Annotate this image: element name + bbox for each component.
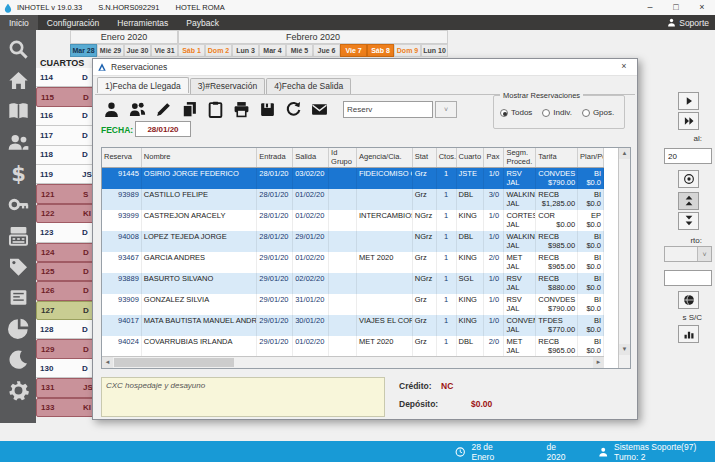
radio-dot (582, 109, 590, 117)
maximize-button[interactable]: □ (663, 0, 689, 15)
radio-dot (542, 109, 550, 117)
vertical-scrollbar[interactable]: ▲ ▼ (618, 148, 630, 368)
sidebar-register-button[interactable] (4, 220, 32, 251)
rooms-header: CUARTOS (40, 58, 84, 68)
panel-dropdown[interactable]: ˅ (664, 246, 712, 262)
sidebar-tag-button[interactable] (4, 251, 32, 282)
scroll-up-icon[interactable]: ▲ (619, 148, 630, 159)
toolbar-printer-button[interactable] (231, 99, 251, 119)
reservation-row-94024[interactable]: 94024COVARRUBIAS IRLANDA29/01/2001/02/20… (102, 336, 604, 357)
scroll-right-icon[interactable]: ► (593, 357, 604, 368)
column-header[interactable]: Stat (413, 148, 437, 167)
toolbar-mail-button[interactable] (309, 99, 329, 119)
panel-chart-button[interactable] (678, 325, 699, 343)
panel-globe-button[interactable] (678, 291, 699, 309)
fecha-label: FECHA: (101, 125, 133, 135)
sidebar-search-button[interactable] (4, 34, 32, 65)
column-header[interactable]: Segm. Proced. (504, 148, 536, 167)
scrollbar-thumb[interactable] (114, 358, 234, 367)
menu-configuracion[interactable]: Configuración (38, 15, 108, 30)
sidebar-key-button[interactable] (4, 189, 32, 220)
reservation-row-91445[interactable]: 91445OSIRIO JORGE FEDERICO28/01/2003/02/… (102, 168, 604, 189)
sidebar-pie-chart-button[interactable] (4, 313, 32, 344)
tab--fecha-de-llegada[interactable]: 1)Fecha de Llegada (97, 77, 189, 93)
day-header[interactable]: Jue 6 (313, 44, 340, 57)
reserv-dropdown[interactable]: ˅ (435, 101, 457, 118)
day-header[interactable]: Mar 4 (259, 44, 286, 57)
panel-target-button[interactable] (678, 170, 699, 188)
sidebar-moon-button[interactable] (4, 344, 32, 375)
reservation-row-93467[interactable]: 93467GARCIA ANDRES29/01/2001/02/20MET 20… (102, 252, 604, 273)
column-header[interactable]: Entrada (257, 148, 293, 167)
toolbar-person-button[interactable] (101, 99, 121, 119)
toolbar-clipboard-button[interactable] (205, 99, 225, 119)
column-header[interactable]: Nombre (142, 148, 258, 167)
day-header[interactable]: Sáb 1 (178, 44, 205, 57)
column-header[interactable]: Agencia/Cia. (357, 148, 413, 167)
reservation-row-93889[interactable]: 93889BASURTO SILVANO29/01/2002/02/20NGrz… (102, 273, 604, 294)
horizontal-scrollbar[interactable]: ◄ ► (102, 356, 604, 368)
sidebar-users-button[interactable] (4, 127, 32, 158)
day-header[interactable]: Dom 9 (394, 44, 421, 57)
column-header[interactable]: Ctos. (437, 148, 457, 167)
dialog-titlebar[interactable]: Reservaciones × (93, 59, 637, 76)
day-header[interactable]: Lun 3 (232, 44, 259, 57)
radio-gpos[interactable]: Gpos. (582, 108, 614, 117)
sidebar-gear-button[interactable] (4, 375, 32, 406)
toolbar-pencil-button[interactable] (153, 99, 173, 119)
day-header[interactable]: Mié 5 (286, 44, 313, 57)
column-header[interactable]: Cuarto (457, 148, 485, 167)
chevron-down-icon: ˅ (697, 247, 711, 261)
menu-herramientas[interactable]: Herramientas (108, 15, 177, 30)
fecha-input[interactable] (135, 121, 191, 137)
day-header[interactable]: Vie 7 (340, 44, 367, 57)
radio-todos[interactable]: Todos (500, 108, 532, 117)
reservation-row-94017[interactable]: 94017MATA BAUTISTA MANUEL ANDREI29/01/20… (102, 315, 604, 336)
tab--fecha-de-salida[interactable]: 4)Fecha de Salida (266, 78, 351, 94)
day-header[interactable]: Mar 28 (70, 44, 97, 57)
column-header[interactable]: Salida (293, 148, 329, 167)
toolbar-save-button[interactable] (257, 99, 277, 119)
dialog-close-button[interactable]: × (611, 59, 637, 75)
reservation-row-94008[interactable]: 94008LOPEZ TEJEDA JORGE28/01/2029/01/20N… (102, 231, 604, 252)
minimize-button[interactable]: – (637, 0, 663, 15)
note-textarea[interactable]: CXC hospedaje y desayuno (101, 377, 385, 417)
soporte-menu[interactable]: Soporte (667, 18, 715, 28)
panel-input[interactable] (664, 148, 712, 164)
tab--reservaci-n[interactable]: 3)#Reservación (190, 78, 266, 94)
column-header[interactable]: Plan/Pqt (578, 148, 604, 167)
day-header[interactable]: Sáb 8 (367, 44, 394, 57)
day-header[interactable]: Lun 10 (421, 44, 448, 57)
close-button[interactable]: × (689, 0, 715, 15)
toolbar-refresh-button[interactable] (283, 99, 303, 119)
toolbar-copy-button[interactable] (179, 99, 199, 119)
panel-input[interactable] (664, 270, 712, 286)
panel-fast-forward-button[interactable] (678, 112, 699, 130)
day-header[interactable]: Dom 2 (205, 44, 232, 57)
column-header[interactable]: Id Grupo (329, 148, 357, 167)
panel-play-button[interactable] (678, 92, 699, 110)
toolbar-persons-button[interactable] (127, 99, 147, 119)
column-header[interactable]: Pax (484, 148, 504, 167)
search-icon (8, 39, 29, 60)
sidebar-news-button[interactable] (4, 282, 32, 313)
reservation-row-93999[interactable]: 93999CASTREJON ARACELY28/01/2001/02/20IN… (102, 210, 604, 231)
radio-indiv[interactable]: Indiv. (542, 108, 572, 117)
sidebar-home-button[interactable] (4, 65, 32, 96)
menu-payback[interactable]: Payback (177, 15, 228, 30)
day-header[interactable]: Vie 31 (151, 44, 178, 57)
sidebar-book-button[interactable] (4, 96, 32, 127)
day-header[interactable]: Mié 29 (97, 44, 124, 57)
sidebar-dollar-button[interactable]: $ (4, 158, 32, 189)
panel-double-up-button[interactable] (678, 192, 699, 210)
column-header[interactable]: Tarifa (536, 148, 578, 167)
reserv-search-input[interactable] (343, 101, 433, 118)
scroll-down-icon[interactable]: ▼ (619, 344, 630, 355)
column-header[interactable]: Reserva (102, 148, 142, 167)
scroll-left-icon[interactable]: ◄ (102, 357, 113, 368)
panel-double-down-button[interactable] (678, 212, 699, 230)
menu-inicio[interactable]: Inicio (0, 15, 38, 30)
reservation-row-93989[interactable]: 93989CASTILLO FELIPE28/01/2001/02/20Grz1… (102, 189, 604, 210)
reservation-row-93909[interactable]: 93909GONZALEZ SILVIA29/01/2031/01/20Grz1… (102, 294, 604, 315)
day-header[interactable]: Jue 30 (124, 44, 151, 57)
